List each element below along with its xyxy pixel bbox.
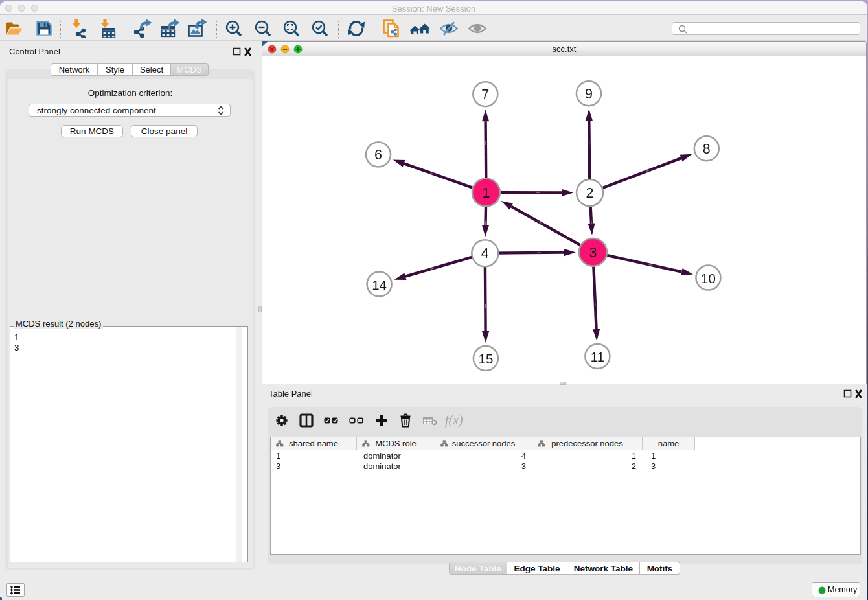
svg-text:15: 15 (478, 351, 493, 366)
svg-text:6: 6 (374, 147, 382, 163)
svg-text:3: 3 (589, 245, 597, 260)
svg-text:9: 9 (585, 86, 593, 102)
svg-text:f(x): f(x) (445, 413, 463, 428)
svg-text:14: 14 (372, 277, 387, 292)
svg-text:7: 7 (481, 87, 489, 102)
svg-text:2: 2 (586, 185, 594, 201)
svg-text:1: 1 (482, 185, 490, 201)
svg-text:10: 10 (701, 271, 716, 286)
svg-text:11: 11 (591, 349, 604, 364)
svg-text:4: 4 (481, 246, 489, 261)
svg-text:8: 8 (703, 141, 711, 157)
